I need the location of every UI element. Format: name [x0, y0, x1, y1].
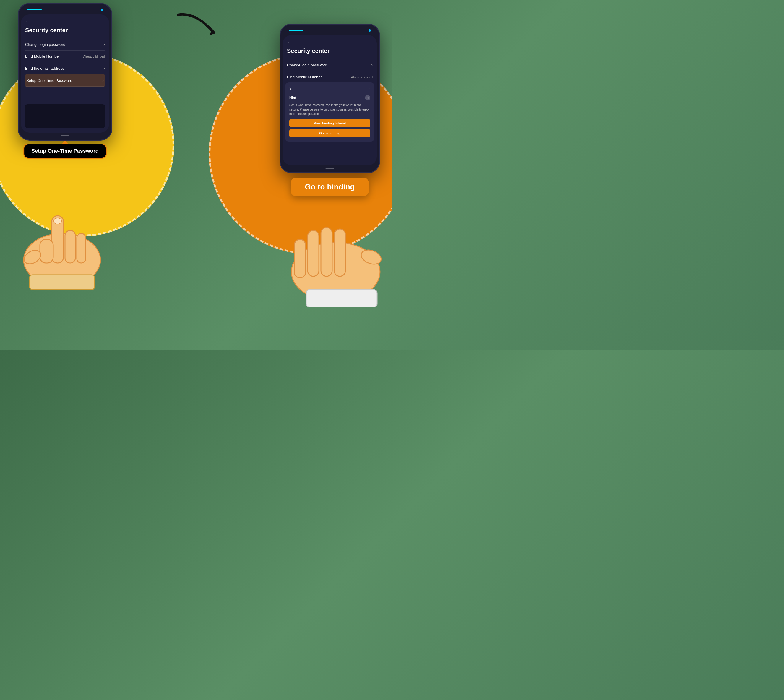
menu-item-bind-email[interactable]: Bind the email address ›	[25, 62, 105, 75]
hint-body: Setup One-Time Password can make your wa…	[289, 103, 370, 116]
svg-point-7	[53, 218, 62, 224]
back-arrow-right[interactable]: ←	[287, 40, 373, 45]
hint-header: Hint ×	[289, 95, 370, 100]
menu-item-change-password[interactable]: Change login password ›	[25, 38, 105, 50]
back-arrow-left[interactable]: ←	[25, 19, 105, 25]
menu-item-bind-mobile-r[interactable]: Bind Mobile Number Already binded	[287, 71, 373, 83]
screen-title-right: Security center	[287, 48, 373, 54]
phone-right: ← Security center Change login password …	[280, 23, 380, 196]
phone-left: ← Security center Change login password …	[18, 3, 112, 143]
chevron-change-password: ›	[103, 42, 105, 47]
chevron-change-password-r: ›	[371, 63, 373, 67]
view-binding-tutorial-button[interactable]: View binding tutorial	[289, 119, 370, 127]
svg-rect-12	[321, 228, 332, 276]
menu-label-otp: Setup One-Time Password	[26, 78, 72, 83]
notch-bar-left	[27, 9, 42, 10]
arrow-between-phones	[169, 9, 222, 48]
callout-arrow	[62, 140, 68, 145]
phone-screen-right: ← Security center Change login password …	[283, 35, 377, 165]
svg-rect-8	[30, 275, 95, 290]
hint-close-button[interactable]: ×	[365, 95, 370, 100]
menu-item-change-password-r[interactable]: Change login password ›	[287, 59, 373, 71]
menu-label-bind-mobile-r: Bind Mobile Number	[287, 75, 322, 79]
callout-text: Setup One-Time Password	[31, 148, 99, 154]
chevron-bind-email: ›	[103, 66, 105, 71]
menu-label-change-password-r: Change login password	[287, 63, 327, 67]
hint-dialog: S › Hint × Setup One-Time Password can m…	[285, 82, 374, 142]
notch-bar-right	[289, 30, 304, 31]
svg-rect-15	[306, 290, 377, 307]
menu-partial-otp: S	[289, 87, 291, 90]
menu-label-bind-mobile: Bind Mobile Number	[25, 54, 60, 58]
status-bind-mobile-r: Already binded	[351, 75, 373, 79]
screen-title-left: Security center	[25, 27, 105, 34]
svg-rect-11	[308, 230, 319, 276]
phone-frame-left: ← Security center Change login password …	[18, 3, 112, 141]
phone-frame-right: ← Security center Change login password …	[280, 23, 380, 173]
notch-dot-right	[369, 29, 371, 32]
hand-right	[277, 213, 392, 307]
go-to-binding-button-small[interactable]: Go to binding	[289, 129, 370, 137]
hand-left	[6, 201, 118, 290]
status-bind-mobile: Already binded	[83, 55, 105, 58]
menu-label-bind-email: Bind the email address	[25, 66, 64, 71]
menu-item-otp[interactable]: Setup One-Time Password ›	[25, 75, 105, 87]
hint-title: Hint	[289, 96, 296, 100]
chevron-partial: ›	[369, 87, 370, 90]
svg-rect-13	[334, 229, 345, 276]
svg-rect-5	[40, 239, 53, 263]
phone-screen-left: ← Security center Change login password …	[21, 15, 109, 133]
menu-label-change-password: Change login password	[25, 42, 65, 47]
svg-rect-4	[77, 233, 86, 263]
svg-rect-3	[65, 230, 75, 263]
chevron-otp: ›	[102, 78, 104, 83]
phone-notch-left	[21, 7, 109, 12]
svg-rect-10	[294, 239, 305, 278]
notch-dot-left	[101, 8, 103, 11]
go-to-binding-button-big[interactable]: Go to binding	[291, 178, 369, 196]
menu-item-bind-mobile[interactable]: Bind Mobile Number Already binded	[25, 50, 105, 62]
phone-notch-right	[283, 28, 377, 33]
